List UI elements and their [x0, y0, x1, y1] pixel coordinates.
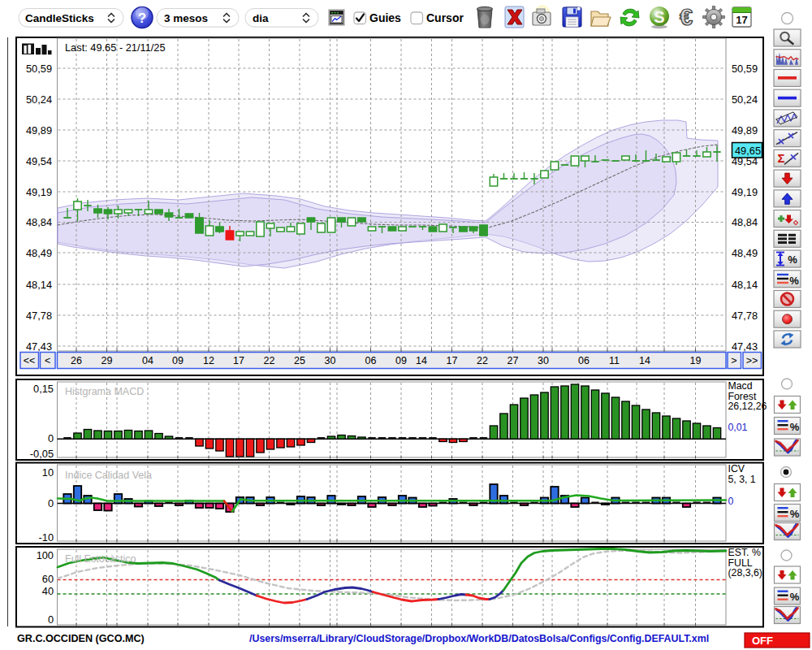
svg-text:48,84: 48,84 — [26, 216, 52, 228]
svg-text:0,01: 0,01 — [728, 422, 748, 433]
svg-text:%: % — [789, 275, 799, 287]
svg-text:49,19: 49,19 — [26, 186, 52, 198]
svg-text:Last: 49.65 - 21/11/25: Last: 49.65 - 21/11/25 — [65, 41, 166, 54]
svg-text:Histgrama MACD: Histgrama MACD — [65, 386, 144, 397]
svg-text:17: 17 — [736, 14, 747, 26]
svg-text:0: 0 — [48, 497, 54, 509]
svg-text:%: % — [788, 254, 797, 266]
svg-text:Indice Calidad Vela: Indice Calidad Vela — [65, 470, 152, 481]
svg-text:47,78: 47,78 — [26, 310, 52, 322]
svg-text:49,65: 49,65 — [735, 145, 761, 157]
svg-text:47,43: 47,43 — [26, 340, 52, 353]
svg-text:3 mesos: 3 mesos — [164, 12, 208, 24]
svg-text:%: % — [790, 591, 800, 603]
svg-text:0: 0 — [728, 496, 734, 507]
svg-text:48,14: 48,14 — [26, 279, 52, 291]
svg-text:€: € — [680, 4, 693, 30]
svg-text:50,59: 50,59 — [732, 63, 758, 75]
svg-text:OFF: OFF — [752, 635, 773, 647]
svg-text:19: 19 — [690, 355, 702, 366]
svg-text:S: S — [654, 8, 664, 26]
svg-text:Full Estocàstico: Full Estocàstico — [65, 553, 136, 565]
svg-text:GR.C.OCCIDEN (GCO.MC): GR.C.OCCIDEN (GCO.MC) — [17, 633, 145, 644]
svg-text:50,24: 50,24 — [732, 93, 758, 106]
svg-text:26,12,26: 26,12,26 — [728, 401, 767, 412]
svg-text:48,49: 48,49 — [732, 247, 758, 259]
svg-text:<<: << — [24, 355, 36, 366]
svg-text:%: % — [790, 421, 800, 433]
svg-text:50,59: 50,59 — [26, 63, 52, 75]
svg-text:%: % — [790, 508, 800, 520]
svg-text:27: 27 — [508, 355, 519, 366]
svg-text:dia: dia — [253, 12, 269, 24]
svg-text:Σ: Σ — [777, 151, 784, 165]
svg-text:48,14: 48,14 — [732, 279, 758, 291]
svg-text:ICV: ICV — [728, 463, 745, 474]
svg-text:22: 22 — [477, 355, 488, 366]
svg-text:50,24: 50,24 — [26, 93, 52, 106]
svg-text:100: 100 — [37, 549, 54, 561]
svg-text:0: 0 — [48, 613, 54, 626]
svg-text:14: 14 — [639, 355, 650, 366]
svg-text:40: 40 — [42, 585, 54, 597]
svg-text:09: 09 — [395, 355, 407, 366]
svg-text:17: 17 — [447, 355, 458, 366]
svg-text:10: 10 — [42, 466, 54, 479]
svg-text:49,19: 49,19 — [732, 186, 758, 198]
svg-text:22: 22 — [264, 355, 275, 366]
svg-text:06: 06 — [578, 355, 590, 366]
svg-text:0: 0 — [48, 432, 54, 444]
svg-text:CandleSticks: CandleSticks — [25, 12, 94, 24]
svg-text:-10: -10 — [39, 531, 54, 544]
svg-text:09: 09 — [172, 355, 184, 366]
svg-text:>: > — [731, 355, 736, 366]
svg-text:04: 04 — [142, 355, 153, 366]
svg-text:49,89: 49,89 — [26, 124, 52, 136]
svg-text:30: 30 — [325, 355, 336, 366]
svg-text:/Users/mserra/Library/CloudSto: /Users/mserra/Library/CloudStorage/Dropb… — [249, 633, 709, 644]
svg-text:17: 17 — [233, 355, 244, 366]
svg-text:06: 06 — [365, 355, 377, 366]
svg-text:0,15: 0,15 — [33, 383, 54, 395]
svg-text:26: 26 — [71, 355, 82, 366]
svg-text:11: 11 — [609, 355, 620, 366]
svg-text:?: ? — [138, 11, 146, 26]
svg-text:47,43: 47,43 — [732, 340, 758, 353]
svg-text:49,54: 49,54 — [26, 155, 52, 167]
svg-text:5, 3, 1: 5, 3, 1 — [728, 474, 756, 485]
svg-text:-0,05: -0,05 — [30, 448, 54, 460]
svg-text:48,49: 48,49 — [26, 247, 52, 259]
svg-text:49,89: 49,89 — [732, 124, 758, 136]
svg-text:Guies: Guies — [369, 11, 401, 24]
svg-text:>>: >> — [746, 355, 758, 366]
svg-text:47,78: 47,78 — [732, 310, 758, 322]
svg-text:29: 29 — [102, 355, 113, 366]
svg-text:60: 60 — [42, 573, 54, 585]
svg-text:48,84: 48,84 — [732, 216, 758, 228]
svg-text:12: 12 — [203, 355, 214, 366]
svg-text:14: 14 — [416, 355, 427, 366]
svg-text:30: 30 — [538, 355, 549, 366]
svg-text:Cursor: Cursor — [426, 11, 464, 24]
svg-text:25: 25 — [294, 355, 305, 366]
svg-text:(28,3,6): (28,3,6) — [728, 567, 762, 578]
svg-text:<: < — [45, 355, 50, 366]
